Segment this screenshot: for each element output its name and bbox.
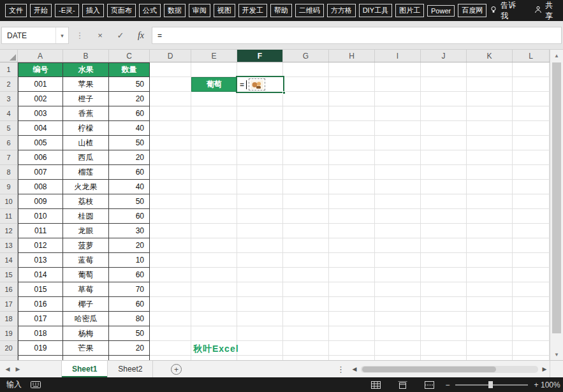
cell-K10[interactable] [467,194,513,209]
cell-E4[interactable] [191,106,237,121]
cell-J15[interactable] [421,268,467,282]
cell-L6[interactable] [513,136,550,150]
cell-E19[interactable] [191,326,237,341]
cell-I20[interactable] [375,341,421,356]
cell-L20[interactable] [513,341,550,356]
row-header-8[interactable]: 8 [0,165,18,180]
cell-F13[interactable] [237,238,283,253]
row-header-14[interactable]: 14 [0,253,18,268]
cell-C13[interactable]: 20 [109,238,150,253]
cell-H10[interactable] [329,194,375,209]
cell-K6[interactable] [467,136,513,150]
cell-C11[interactable]: 60 [109,209,150,224]
cell-F10[interactable] [237,194,283,209]
cell-K15[interactable] [467,268,513,282]
ribbon-tab[interactable]: 方方格 [327,4,356,17]
column-header-D[interactable]: D [150,50,191,62]
cell-E12[interactable] [191,224,237,238]
cell-J7[interactable] [421,150,467,165]
cell-I1[interactable] [375,62,421,77]
ribbon-tab[interactable]: Power [427,5,455,17]
row-header-21[interactable]: 21 [0,356,18,360]
cell-I3[interactable] [375,92,421,106]
cell-I10[interactable] [375,194,421,209]
cell-K2[interactable] [467,77,513,92]
cell-C5[interactable]: 40 [109,121,150,136]
cell-K12[interactable] [467,224,513,238]
row-header-18[interactable]: 18 [0,312,18,326]
horizontal-scrollbar-thumb[interactable] [362,367,496,372]
cell-J20[interactable] [421,341,467,356]
cell-F5[interactable] [237,121,283,136]
cell-C10[interactable]: 50 [109,194,150,209]
column-header-H[interactable]: H [329,50,375,62]
cell-E9[interactable] [191,180,237,194]
cell-J5[interactable] [421,121,467,136]
scroll-down-icon[interactable]: ▼ [550,349,563,360]
zoom-out-button[interactable]: − [443,377,452,392]
cell-D18[interactable] [150,312,191,326]
cell-J19[interactable] [421,326,467,341]
cell-J6[interactable] [421,136,467,150]
cell-K16[interactable] [467,282,513,297]
cell-A13[interactable]: 012 [18,238,63,253]
cell-G18[interactable] [283,312,329,326]
cell-E18[interactable] [191,312,237,326]
cell-B3[interactable]: 橙子 [63,92,109,106]
sheet-tab-Sheet1[interactable]: Sheet1 [61,361,108,377]
cell-C9[interactable]: 40 [109,180,150,194]
zoom-in-button[interactable]: + [532,377,541,392]
cell-B5[interactable]: 柠檬 [63,121,109,136]
ribbon-tab[interactable]: 视图 [214,4,235,17]
cell-B9[interactable]: 火龙果 [63,180,109,194]
column-header-I[interactable]: I [375,50,421,62]
cell-B13[interactable]: 菠萝 [63,238,109,253]
cell-I15[interactable] [375,268,421,282]
cell-K1[interactable] [467,62,513,77]
cell-L15[interactable] [513,268,550,282]
cell-D13[interactable] [150,238,191,253]
column-header-E[interactable]: E [191,50,237,62]
column-header-L[interactable]: L [513,50,550,62]
cell-K4[interactable] [467,106,513,121]
column-header-C[interactable]: C [109,50,150,62]
add-sheet-button[interactable]: + [171,364,182,375]
insert-function-icon[interactable]: fx [133,27,149,44]
cell-G21[interactable] [283,356,329,360]
lookup-label-cell[interactable]: 葡萄 [191,77,237,92]
cell-L11[interactable] [513,209,550,224]
row-header-15[interactable]: 15 [0,268,18,282]
row-header-16[interactable]: 16 [0,282,18,297]
page-layout-view-icon[interactable] [397,381,408,389]
row-header-6[interactable]: 6 [0,136,18,150]
scroll-up-icon[interactable]: ▲ [550,50,563,61]
ribbon-tab[interactable]: 图片工 [395,4,424,17]
cell-G16[interactable] [283,282,329,297]
cell-C19[interactable]: 50 [109,326,150,341]
row-header-12[interactable]: 12 [0,224,18,238]
cell-L1[interactable] [513,62,550,77]
cell-B14[interactable]: 蓝莓 [63,253,109,268]
cell-F18[interactable] [237,312,283,326]
cell-H20[interactable] [329,341,375,356]
cell-C2[interactable]: 50 [109,77,150,92]
ribbon-tab[interactable]: 文件 [5,4,27,17]
cell-K11[interactable] [467,209,513,224]
cell-B8[interactable]: 榴莲 [63,165,109,180]
cell-A21[interactable] [18,356,63,360]
cell-J3[interactable] [421,92,467,106]
cell-B20[interactable]: 芒果 [63,341,109,356]
page-break-view-icon[interactable] [423,381,435,389]
cell-G8[interactable] [283,165,329,180]
cell-K7[interactable] [467,150,513,165]
row-header-7[interactable]: 7 [0,150,18,165]
cell-K13[interactable] [467,238,513,253]
cell-E1[interactable] [191,62,237,77]
cell-A18[interactable]: 017 [18,312,63,326]
cell-H7[interactable] [329,150,375,165]
sheet-nav-left-icon[interactable]: ◀ [3,361,13,377]
cell-K5[interactable] [467,121,513,136]
cell-F21[interactable] [237,356,283,360]
cell-G4[interactable] [283,106,329,121]
cell-H18[interactable] [329,312,375,326]
